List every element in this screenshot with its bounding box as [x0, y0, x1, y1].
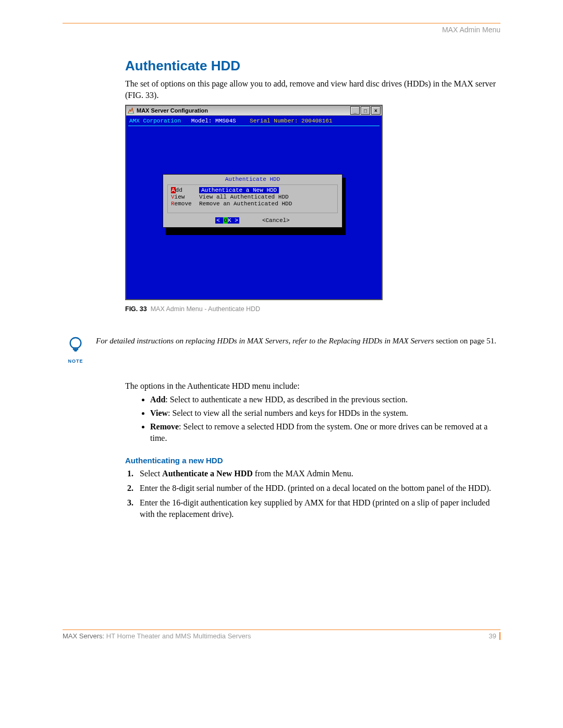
page-title: Authenticate HDD: [125, 58, 500, 74]
dialog-options: Add Authenticate a New HDD View View all…: [167, 184, 338, 213]
terminal-serial-label: Serial Number:: [250, 118, 298, 124]
terminal-model-value: MMS04S: [215, 118, 236, 124]
page-footer: MAX Servers: HT Home Theater and MMS Mul…: [63, 630, 500, 640]
dialog-item-remove[interactable]: Remove Remove an Authenticated HDD: [171, 201, 334, 207]
page-number: 39: [489, 632, 500, 640]
screenshot-window: MAX Server Configuration _ □ × AMX Corpo…: [125, 105, 383, 300]
terminal-company: AMX Corporation: [129, 118, 181, 124]
options-list: Add: Select to authenticate a new HDD, a…: [150, 394, 500, 444]
terminal-model-label: Model:: [191, 118, 212, 124]
section-header: MAX Admin Menu: [63, 26, 500, 34]
terminal-divider: [128, 126, 380, 126]
window-title: MAX Server Configuration: [137, 107, 208, 114]
item-desc: Authenticate a New HDD: [199, 187, 279, 193]
terminal-header: AMX Corporation Model: MMS04S Serial Num…: [126, 116, 382, 125]
svg-point-1: [70, 338, 81, 349]
intro-paragraph: The set of options on this page allow yo…: [125, 78, 500, 101]
options-intro: The options in the Authenticate HDD menu…: [125, 381, 500, 391]
close-button[interactable]: ×: [371, 106, 381, 115]
maximize-button[interactable]: □: [361, 106, 370, 115]
minimize-button[interactable]: _: [350, 106, 360, 115]
item-hotkey: V: [171, 194, 175, 200]
list-item: Add: Select to authenticate a new HDD, a…: [150, 394, 500, 405]
app-icon: [127, 107, 134, 114]
dialog-ok-button[interactable]: < OK >: [215, 217, 239, 224]
dialog-item-add[interactable]: Add Authenticate a New HDD: [171, 187, 334, 194]
note-label: NOTE: [63, 359, 89, 364]
item-desc: View all Authenticated HDD: [199, 194, 334, 201]
note-icon: NOTE: [63, 336, 89, 364]
window-titlebar: MAX Server Configuration _ □ ×: [126, 106, 382, 116]
item-hotkey: A: [171, 187, 176, 193]
list-item: Remove: Select to remove a selected HDD …: [150, 421, 500, 444]
terminal-serial-value: 200408161: [301, 118, 332, 124]
item-hotkey: R: [171, 201, 175, 207]
dialog-cancel-button[interactable]: <Cancel>: [262, 217, 290, 224]
figure-caption: FIG. 33 MAX Admin Menu - Authenticate HD…: [125, 305, 500, 313]
dialog-item-view[interactable]: View View all Authenticated HDD: [171, 194, 334, 201]
note-text: For detailed instructions on replacing H…: [96, 336, 496, 364]
item-desc: Remove an Authenticated HDD: [199, 201, 334, 207]
list-item: Enter the 8-digit serial number of the H…: [136, 483, 500, 494]
svg-rect-0: [128, 113, 134, 114]
subsection-title: Authenticating a new HDD: [125, 456, 500, 465]
header-rule: [63, 23, 500, 23]
list-item: Select Authenticate a New HDD from the M…: [136, 468, 500, 479]
dialog-title: Authenticate HDD: [163, 176, 342, 183]
terminal-area: AMX Corporation Model: MMS04S Serial Num…: [126, 116, 382, 299]
list-item: View: Select to view all the serial numb…: [150, 408, 500, 419]
footer-title: MAX Servers: HT Home Theater and MMS Mul…: [63, 632, 251, 640]
dialog-panel: Authenticate HDD Add Authenticate a New …: [163, 174, 342, 228]
list-item: Enter the 16-digit authentication key su…: [136, 497, 500, 520]
steps-list: Select Authenticate a New HDD from the M…: [136, 468, 500, 520]
